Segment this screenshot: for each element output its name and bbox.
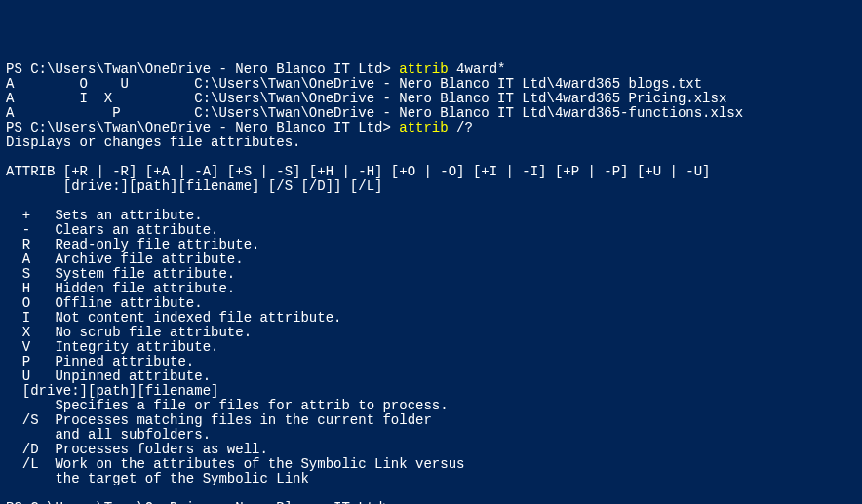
output-text: /L Work on the attributes of the Symboli… xyxy=(6,456,464,472)
output-text: the target of the Symbolic Link xyxy=(6,471,309,486)
output-text: and all subfolders. xyxy=(6,427,211,443)
command-argument: /? xyxy=(456,120,473,136)
terminal-line: [drive:][path][filename] xyxy=(6,384,856,399)
terminal-line: R Read-only file attribute. xyxy=(6,238,856,252)
output-text: Displays or changes file attributes. xyxy=(6,135,300,150)
terminal-line xyxy=(6,486,856,501)
terminal-line: PS C:\Users\Twan\OneDrive - Nero Blanco … xyxy=(6,62,856,77)
terminal-line: - Clears an attribute. xyxy=(6,223,856,238)
terminal-line: Displays or changes file attributes. xyxy=(6,136,856,150)
output-text: + Sets an attribute. xyxy=(6,208,203,223)
ps-prompt: PS C:\Users\Twan\OneDrive - Nero Blanco … xyxy=(6,61,399,77)
terminal-line: U Unpinned attribute. xyxy=(6,369,856,384)
output-text: - Clears an attribute. xyxy=(6,222,218,238)
terminal-line: A P C:\Users\Twan\OneDrive - Nero Blanco… xyxy=(6,106,856,121)
output-text: [drive:][path][filename] [/S [/D]] [/L] xyxy=(6,178,382,194)
terminal-line: and all subfolders. xyxy=(6,428,856,443)
output-text: A Archive file attribute. xyxy=(6,252,244,267)
terminal-line: the target of the Symbolic Link xyxy=(6,472,856,486)
terminal-line: I Not content indexed file attribute. xyxy=(6,311,856,326)
output-text: Specifies a file or files for attrib to … xyxy=(6,398,449,413)
output-text: X No scrub file attribute. xyxy=(6,325,252,340)
output-text: A P C:\Users\Twan\OneDrive - Nero Blanco… xyxy=(6,105,743,121)
terminal-line: X No scrub file attribute. xyxy=(6,326,856,340)
command-argument: 4ward* xyxy=(456,61,505,77)
terminal-line: Specifies a file or files for attrib to … xyxy=(6,399,856,413)
terminal-line: O Offline attribute. xyxy=(6,296,856,311)
terminal-line xyxy=(6,150,856,165)
output-text: /D Processes folders as well. xyxy=(6,442,268,457)
terminal-line: A I X C:\Users\Twan\OneDrive - Nero Blan… xyxy=(6,92,856,106)
output-text: O Offline attribute. xyxy=(6,295,203,311)
output-text: ATTRIB [+R | -R] [+A | -A] [+S | -S] [+H… xyxy=(6,164,711,179)
output-text: R Read-only file attribute. xyxy=(6,237,259,252)
terminal-line: /S Processes matching files in the curre… xyxy=(6,413,856,428)
output-text: U Unpinned attribute. xyxy=(6,368,211,384)
terminal-line: H Hidden file attribute. xyxy=(6,282,856,296)
output-text: P Pinned attribute. xyxy=(6,354,194,369)
output-text: A I X C:\Users\Twan\OneDrive - Nero Blan… xyxy=(6,91,726,106)
terminal-line: A O U C:\Users\Twan\OneDrive - Nero Blan… xyxy=(6,77,856,92)
output-text: V Integrity attribute. xyxy=(6,339,218,355)
output-text: /S Processes matching files in the curre… xyxy=(6,412,432,428)
terminal-line: A Archive file attribute. xyxy=(6,252,856,267)
terminal-line: /L Work on the attributes of the Symboli… xyxy=(6,457,856,472)
command-name: attrib xyxy=(399,61,456,77)
terminal-line: /D Processes folders as well. xyxy=(6,443,856,457)
output-text: H Hidden file attribute. xyxy=(6,281,235,296)
terminal-line: PS C:\Users\Twan\OneDrive - Nero Blanco … xyxy=(6,121,856,136)
terminal-line: P Pinned attribute. xyxy=(6,355,856,369)
terminal-line: [drive:][path][filename] [/S [/D]] [/L] xyxy=(6,179,856,194)
ps-prompt: PS C:\Users\Twan\OneDrive - Nero Blanco … xyxy=(6,500,399,504)
terminal-line: S System file attribute. xyxy=(6,267,856,282)
terminal-line xyxy=(6,194,856,209)
output-text: I Not content indexed file attribute. xyxy=(6,310,341,326)
terminal-line: + Sets an attribute. xyxy=(6,209,856,223)
output-text: [drive:][path][filename] xyxy=(6,383,218,399)
terminal-line: ATTRIB [+R | -R] [+A | -A] [+S | -S] [+H… xyxy=(6,165,856,179)
ps-prompt: PS C:\Users\Twan\OneDrive - Nero Blanco … xyxy=(6,120,399,136)
output-text: S System file attribute. xyxy=(6,266,235,282)
command-name: attrib xyxy=(399,120,456,136)
terminal-output-area[interactable]: PS C:\Users\Twan\OneDrive - Nero Blanco … xyxy=(6,62,856,504)
terminal-line: V Integrity attribute. xyxy=(6,340,856,355)
output-text: A O U C:\Users\Twan\OneDrive - Nero Blan… xyxy=(6,76,702,92)
